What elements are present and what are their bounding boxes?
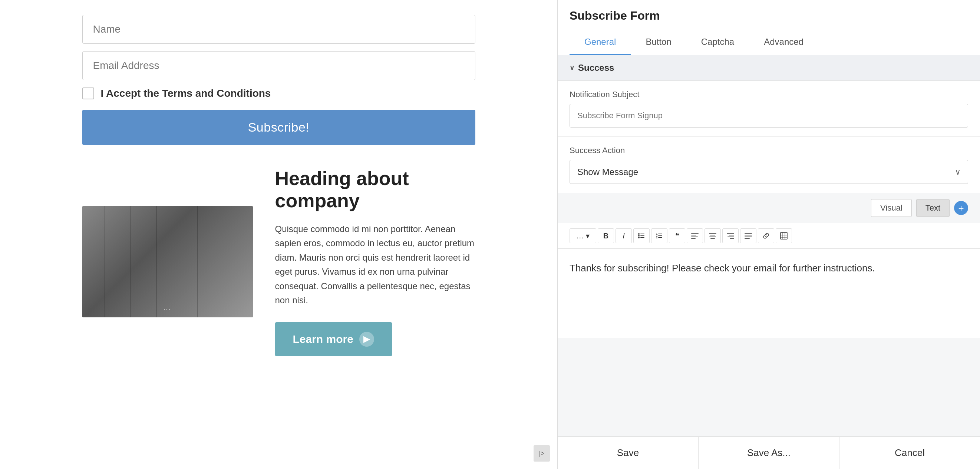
success-chevron-icon: ∨ xyxy=(570,64,574,72)
cancel-button[interactable]: Cancel xyxy=(840,437,980,469)
svg-point-2 xyxy=(638,235,640,237)
align-justify-button[interactable] xyxy=(740,228,756,243)
svg-rect-14 xyxy=(691,237,698,237)
align-center-button[interactable] xyxy=(705,228,721,243)
email-input[interactable] xyxy=(82,51,476,80)
svg-rect-22 xyxy=(727,237,734,237)
terms-label: I Accept the Terms and Conditions xyxy=(101,87,271,99)
name-input[interactable] xyxy=(82,15,476,44)
bold-button[interactable]: B xyxy=(598,228,614,243)
editor-toolbar-row: Visual Text + xyxy=(558,193,980,223)
save-as-button[interactable]: Save As... xyxy=(698,437,840,469)
success-action-label: Success Action xyxy=(570,146,968,155)
richtext-toolbar: … ▾ B I 1. 2. 3. xyxy=(558,223,980,249)
svg-rect-25 xyxy=(745,235,752,235)
panel-tabs: General Button Captcha Advanced xyxy=(570,30,968,55)
success-action-select-wrap: Show Message Redirect ∨ xyxy=(570,160,968,184)
content-section: Heading about company Quisque commodo id… xyxy=(82,167,476,356)
blockquote-button[interactable]: ❝ xyxy=(669,228,685,243)
tab-captcha[interactable]: Captcha xyxy=(686,30,749,55)
svg-rect-13 xyxy=(691,235,696,235)
ordered-list-button[interactable]: 1. 2. 3. xyxy=(651,228,667,243)
tab-advanced[interactable]: Advanced xyxy=(749,30,818,55)
align-right-icon xyxy=(727,233,734,239)
svg-rect-7 xyxy=(658,234,662,234)
notification-subject-label: Notification Subject xyxy=(570,90,968,99)
success-header[interactable]: ∨ Success xyxy=(570,63,968,73)
svg-rect-24 xyxy=(745,233,752,234)
link-icon xyxy=(762,232,770,240)
panel-content: ∨ Success Notification Subject Success A… xyxy=(558,55,980,436)
svg-point-4 xyxy=(638,237,640,238)
panel-header: Subscribe Form General Button Captcha Ad… xyxy=(558,0,980,55)
notification-subject-input[interactable] xyxy=(570,104,968,127)
svg-rect-9 xyxy=(658,235,662,236)
table-icon xyxy=(780,232,788,240)
content-body: Quisque commodo id mi non porttitor. Aen… xyxy=(275,222,476,307)
align-left-icon xyxy=(691,233,698,239)
align-left-button[interactable] xyxy=(687,228,703,243)
terms-checkbox[interactable] xyxy=(82,87,94,99)
svg-rect-27 xyxy=(745,238,750,239)
add-element-button[interactable]: + xyxy=(954,201,968,215)
svg-rect-21 xyxy=(729,235,734,235)
svg-rect-16 xyxy=(709,233,716,234)
svg-rect-5 xyxy=(640,237,644,238)
save-button[interactable]: Save xyxy=(558,437,698,469)
settings-panel: Subscribe Form General Button Captcha Ad… xyxy=(557,0,980,469)
svg-rect-19 xyxy=(710,238,715,239)
link-button[interactable] xyxy=(758,228,774,243)
align-center-icon xyxy=(709,233,716,239)
svg-rect-18 xyxy=(710,237,716,237)
checkbox-row: I Accept the Terms and Conditions xyxy=(82,87,476,99)
align-right-button[interactable] xyxy=(722,228,739,243)
page-preview: I Accept the Terms and Conditions Subscr… xyxy=(0,0,557,469)
editor-text: Thanks for subscribing! Please check you… xyxy=(570,262,875,273)
success-section-header[interactable]: ∨ Success xyxy=(558,55,980,81)
svg-rect-20 xyxy=(727,233,734,234)
subscribe-form-section: I Accept the Terms and Conditions Subscr… xyxy=(82,15,476,145)
svg-rect-15 xyxy=(691,238,695,239)
panel-footer: Save Save As... Cancel xyxy=(558,436,980,469)
success-action-field: Success Action Show Message Redirect ∨ xyxy=(558,137,980,193)
subscribe-button[interactable]: Subscribe! xyxy=(82,110,476,145)
content-heading: Heading about company xyxy=(275,167,476,212)
align-justify-icon xyxy=(745,233,752,239)
success-action-select[interactable]: Show Message Redirect xyxy=(570,160,968,184)
unordered-list-button[interactable] xyxy=(633,228,650,243)
learn-more-arrow-icon: ▶ xyxy=(359,332,374,347)
ol-icon: 1. 2. 3. xyxy=(655,232,663,240)
svg-rect-17 xyxy=(710,235,715,235)
tab-general[interactable]: General xyxy=(570,30,631,55)
learn-more-label: Learn more xyxy=(293,333,353,345)
visual-view-button[interactable]: Visual xyxy=(871,199,912,217)
table-button[interactable] xyxy=(776,228,792,243)
svg-rect-3 xyxy=(640,235,644,236)
tab-button[interactable]: Button xyxy=(631,30,686,55)
learn-more-button[interactable]: Learn more ▶ xyxy=(275,322,392,356)
svg-rect-28 xyxy=(781,232,787,239)
success-label: Success xyxy=(578,63,614,73)
svg-rect-1 xyxy=(640,234,644,234)
notification-subject-field: Notification Subject xyxy=(558,81,980,137)
svg-rect-12 xyxy=(691,233,698,234)
ul-icon xyxy=(638,232,645,240)
content-text: Heading about company Quisque commodo id… xyxy=(275,167,476,356)
svg-point-0 xyxy=(638,233,640,235)
company-image xyxy=(82,206,253,317)
svg-rect-11 xyxy=(658,237,662,238)
editor-content[interactable]: Thanks for subscribing! Please check you… xyxy=(558,249,980,338)
text-view-button[interactable]: Text xyxy=(916,199,950,217)
format-button[interactable]: … ▾ xyxy=(570,228,596,243)
collapse-panel-icon[interactable]: |> xyxy=(534,445,550,462)
italic-button[interactable]: I xyxy=(616,228,632,243)
svg-rect-23 xyxy=(730,238,734,239)
svg-text:3.: 3. xyxy=(656,236,658,239)
panel-title: Subscribe Form xyxy=(570,9,968,22)
svg-rect-26 xyxy=(745,237,752,237)
